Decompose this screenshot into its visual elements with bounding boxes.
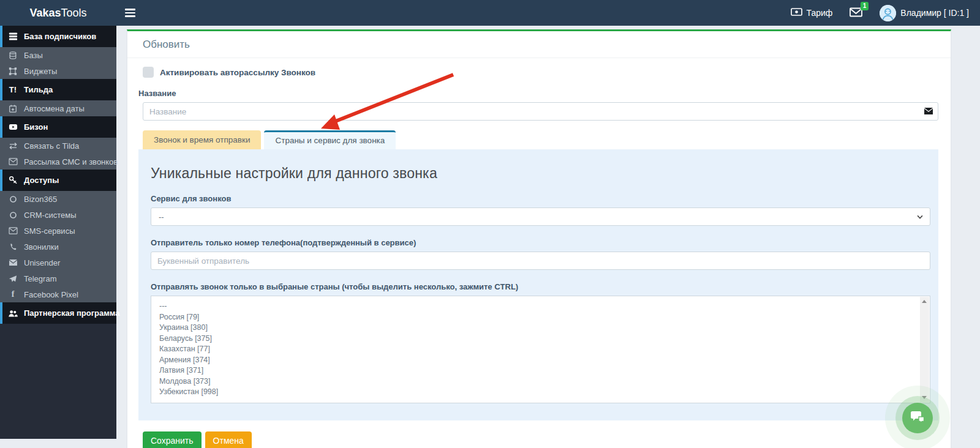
circle-icon bbox=[8, 211, 18, 219]
country-option[interactable]: Казахстан [77] bbox=[151, 344, 930, 355]
sidebar-item-tilda[interactable]: Тильда bbox=[0, 79, 116, 100]
sidebar: База подписчиков Базы Виджеты Тильда Авт… bbox=[0, 26, 116, 439]
sidebar-item-link-tilda[interactable]: Связать с Tilda bbox=[0, 138, 116, 154]
sidebar-item-subscribers-base[interactable]: База подписчиков bbox=[0, 26, 116, 47]
telegram-icon bbox=[8, 275, 18, 283]
country-option[interactable]: Молдова [373] bbox=[151, 376, 930, 387]
sidebar-item-access[interactable]: Доступы bbox=[0, 170, 116, 191]
sidebar-item-telegram[interactable]: Telegram bbox=[0, 271, 116, 286]
envelope-filled-icon bbox=[8, 259, 18, 266]
chat-bubbles-icon bbox=[910, 411, 925, 426]
service-label: Сервис для звонков bbox=[151, 194, 930, 203]
calendar-plus-icon bbox=[8, 104, 18, 113]
chat-widget-button[interactable] bbox=[902, 403, 933, 433]
envelope-icon bbox=[8, 158, 18, 165]
sidebar-item-partner-program[interactable]: Партнерская программа bbox=[0, 302, 116, 324]
chevron-down-icon bbox=[917, 213, 922, 218]
sidebar-item-dialers[interactable]: Звонилки bbox=[0, 239, 116, 255]
tariff-label: Тариф bbox=[807, 8, 833, 18]
country-option[interactable]: Латвия [371] bbox=[151, 365, 930, 376]
activate-autocall-checkbox[interactable] bbox=[143, 67, 154, 78]
sidebar-item-crm[interactable]: CRM-системы bbox=[0, 207, 116, 223]
envelope-icon[interactable] bbox=[924, 106, 933, 118]
sidebar-item-bizon[interactable]: Бизон bbox=[0, 116, 116, 138]
sidebar-toggle-icon[interactable] bbox=[125, 7, 135, 19]
sidebar-item-bizon365[interactable]: Bizon365 bbox=[0, 191, 116, 207]
country-option[interactable]: Армения [374] bbox=[151, 355, 930, 366]
service-select[interactable]: -- bbox=[151, 207, 930, 226]
user-label: Владимир [ ID:1 ] bbox=[900, 8, 969, 18]
key-icon bbox=[8, 176, 18, 185]
cancel-button[interactable]: Отмена bbox=[205, 431, 252, 448]
countries-listbox[interactable]: --- Россия [79] Украина [380] Беларусь [… bbox=[151, 296, 930, 403]
unread-count-badge: 1 bbox=[861, 2, 869, 10]
tab-panel-countries-service: Уникальные настройки для данного звонка … bbox=[138, 149, 938, 420]
facebook-icon bbox=[8, 289, 18, 299]
tab-countries-service[interactable]: Страны и сервис для звонка bbox=[264, 130, 396, 149]
phone-icon bbox=[8, 243, 18, 251]
service-select-value: -- bbox=[159, 212, 164, 222]
widget-icon bbox=[8, 67, 18, 76]
country-option[interactable]: Беларусь [375] bbox=[151, 334, 930, 345]
users-icon bbox=[8, 309, 18, 318]
update-form-card: Обновить Активировать авторассылку Звонк… bbox=[127, 29, 951, 448]
country-option[interactable]: Украина [380] bbox=[151, 323, 930, 334]
scroll-down-icon[interactable] bbox=[922, 396, 927, 399]
sidebar-item-bases[interactable]: Базы bbox=[0, 47, 116, 63]
circle-icon bbox=[8, 195, 18, 203]
tariff-link[interactable]: Тариф bbox=[791, 7, 833, 18]
sidebar-item-sms-calls-send[interactable]: Рассылка СМС и звонков bbox=[0, 154, 116, 170]
app-logo[interactable]: VakasTools bbox=[0, 7, 116, 20]
exchange-icon bbox=[8, 142, 18, 150]
save-button[interactable]: Сохранить bbox=[143, 431, 202, 448]
envelope-icon bbox=[8, 227, 18, 234]
main-content: Обновить Активировать авторассылку Звонк… bbox=[116, 26, 980, 448]
scroll-up-icon[interactable] bbox=[922, 300, 927, 303]
sidebar-item-widgets[interactable]: Виджеты bbox=[0, 63, 116, 79]
countries-label: Отправлять звонок только в выбраные стра… bbox=[151, 282, 930, 291]
sidebar-item-autodate[interactable]: Автосмена даты bbox=[0, 100, 116, 116]
user-menu[interactable]: Владимир [ ID:1 ] bbox=[880, 5, 969, 21]
country-option[interactable]: Россия [79] bbox=[151, 312, 930, 323]
subscribers-db-icon bbox=[8, 32, 18, 41]
activate-autocall-label: Активировать авторассылку Звонков bbox=[160, 68, 315, 77]
messages-button[interactable]: 1 bbox=[850, 7, 862, 19]
database-icon bbox=[8, 51, 18, 60]
tilda-icon bbox=[8, 85, 18, 94]
sender-input[interactable] bbox=[151, 252, 930, 270]
country-option[interactable]: --- bbox=[151, 301, 930, 312]
name-label: Название bbox=[138, 89, 938, 98]
video-icon bbox=[8, 122, 18, 132]
top-navbar: VakasTools Тариф 1 Владимир [ ID:1 ] bbox=[0, 0, 980, 26]
card-title: Обновить bbox=[127, 31, 951, 58]
listbox-scrollbar[interactable] bbox=[920, 297, 929, 402]
sidebar-item-unisender[interactable]: Unisender bbox=[0, 255, 116, 271]
sender-label: Отправитель только номер телефона(подтве… bbox=[151, 238, 930, 247]
panel-heading: Уникальные настройки для данного звонка bbox=[151, 165, 930, 182]
sidebar-item-sms-services[interactable]: SMS-сервисы bbox=[0, 223, 116, 239]
name-input[interactable] bbox=[143, 102, 938, 121]
banknote-icon bbox=[791, 7, 802, 18]
avatar bbox=[880, 5, 896, 21]
tab-call-and-time[interactable]: Звонок и время отправки bbox=[143, 130, 261, 149]
sidebar-item-facebook-pixel[interactable]: Facebook Pixel bbox=[0, 286, 116, 302]
country-option[interactable]: Узбекистан [998] bbox=[151, 387, 930, 398]
